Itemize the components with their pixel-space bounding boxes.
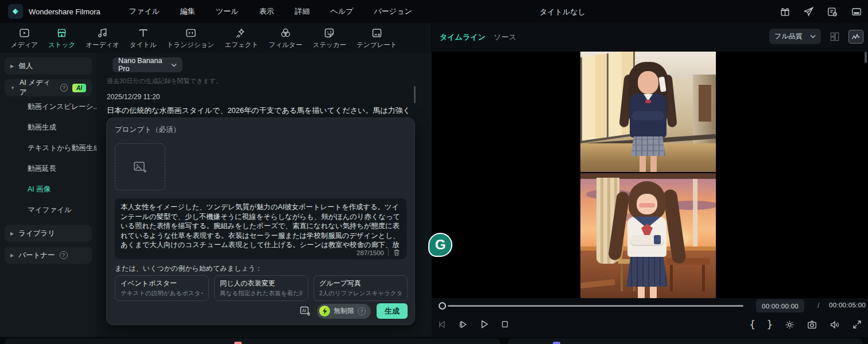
ai-badge: AI [72, 84, 86, 92]
seek-bar: 00:00:00:00 / 00:00:05:00 [432, 298, 868, 314]
add-image-icon [133, 160, 148, 174]
playhead-handle[interactable] [439, 302, 446, 310]
generate-button[interactable]: 生成 [377, 303, 408, 319]
tab-filter[interactable]: フィルター [264, 25, 308, 52]
sidebar-item-my-files[interactable]: マイファイル [0, 200, 96, 220]
sidebar-group-library[interactable]: ▶ ライブラリ [5, 225, 92, 242]
prompt-label: プロンプト（必須） [115, 125, 180, 135]
task-history-icon[interactable] [827, 6, 838, 17]
volume-icon[interactable] [829, 319, 840, 330]
tab-stock[interactable]: ストック [43, 25, 80, 52]
history-prompt-text[interactable]: 日本の伝統的な水墨画スタイルで、2026年の干支である馬を描いてください。馬は力… [107, 105, 410, 116]
svg-text:AI: AI [302, 308, 306, 313]
seek-track[interactable] [448, 305, 743, 307]
sidebar-item-ai-image[interactable]: AI 画像 [0, 179, 96, 200]
sidebar-item-video-generation[interactable]: 動画生成 [0, 117, 96, 138]
chevron-right-icon: ▶ [10, 64, 14, 69]
gift-icon[interactable] [780, 6, 790, 17]
grammarly-badge[interactable]: G [428, 233, 452, 257]
fullscreen-icon[interactable] [852, 319, 862, 330]
prompt-text: 本人女性をイメージした、ツンデレ気質が魅力のAI彼女ポートレートを作成する。ツイ… [121, 202, 401, 251]
asset-toolbar: メディア ストック オーディオ タイトル トランジション エフェクト フィルター… [0, 23, 431, 53]
mark-out-icon[interactable]: } [767, 319, 773, 330]
sidebar-group-personal[interactable]: ▶ 個人 [5, 57, 92, 75]
current-timecode[interactable]: 00:00:00:00 [756, 299, 804, 312]
stop-icon[interactable] [500, 319, 510, 329]
help-icon[interactable]: ? [60, 84, 68, 92]
example-group-photo[interactable]: グループ写真 2人のリファレンスキャラクターの旅の... [313, 275, 408, 301]
grid-view-icon[interactable] [829, 31, 840, 42]
preview-image-hallway-girl [580, 52, 716, 172]
document-title: タイトルなし [540, 7, 586, 17]
tab-title[interactable]: タイトル [125, 25, 162, 52]
app-name: Wondershare Filmora [29, 7, 100, 16]
menu-advanced[interactable]: 詳細 [287, 3, 318, 19]
media-panel-top-edge [5, 338, 501, 344]
menu-edit[interactable]: 編集 [172, 3, 203, 19]
image-upload-dropzone[interactable] [115, 143, 165, 190]
scrollbar[interactable] [865, 52, 867, 63]
sidebar: ▶ 個人 ▼ AI メディア ? AI 動画インスピレーシ... 動画生成 テキ… [0, 53, 96, 344]
tab-timeline[interactable]: タイムライン [440, 32, 486, 42]
total-timecode: 00:00:05:00 [829, 302, 866, 308]
quality-select[interactable]: フル品質 [769, 29, 821, 44]
tab-transition[interactable]: トランジション [162, 25, 219, 52]
prompt-textarea[interactable]: 本人女性をイメージした、ツンデレ気質が魅力のAI彼女ポートレートを作成する。ツイ… [115, 198, 406, 259]
examples-row: イベントポスター テキストの説明があるポスター。 同じ人の衣装変更 異なる指定さ… [115, 275, 408, 301]
timecode-separator: / [817, 302, 819, 310]
bottom-panels-edge [0, 337, 868, 344]
preview-image-classroom-anime-girl [580, 173, 716, 298]
tab-source[interactable]: ソース [494, 32, 517, 42]
snapshot-camera-icon[interactable] [807, 319, 817, 330]
generate-row: AI 無制限 ? 生成 [299, 303, 408, 319]
tab-sticker[interactable]: ステッカー [308, 25, 352, 52]
prompt-card: プロンプト（必須） 本人女性をイメージした、ツンデレ気質が魅力のAI彼女ポートレ… [106, 118, 415, 325]
chevron-right-icon: ▶ [10, 231, 14, 236]
example-outfit-change[interactable]: 同じ人の衣装変更 異なる指定された衣装を着た同じ... [214, 275, 308, 301]
sidebar-item-video-inspiration[interactable]: 動画インスピレーシ... [0, 96, 96, 117]
mark-in-icon[interactable]: { [750, 319, 755, 330]
credit-pill[interactable]: 無制限 ? [317, 304, 371, 319]
menu-file[interactable]: ファイル [121, 3, 168, 19]
settings-gear-icon[interactable] [784, 319, 795, 330]
lightning-icon [319, 306, 330, 316]
preview-viewport[interactable] [432, 52, 868, 298]
model-select[interactable]: Nano Banana Pro [113, 57, 183, 72]
help-icon[interactable]: ? [358, 307, 366, 315]
tab-effect[interactable]: エフェクト [219, 25, 264, 52]
layout-panel-icon[interactable] [851, 6, 862, 17]
next-frame-icon[interactable] [458, 319, 468, 330]
timeline-panel-top-edge [507, 338, 863, 344]
filmora-logo-icon [8, 4, 23, 19]
clip-thumbnail-icon [553, 342, 560, 344]
menu-help[interactable]: ヘルプ [323, 3, 362, 19]
char-counter: 287/1500 [356, 249, 384, 256]
previous-frame-icon[interactable] [437, 319, 448, 330]
sidebar-item-text-to-video[interactable]: テキストから動画生成 [0, 138, 96, 158]
ai-image-panel: Nano Banana Pro 過去30日分の生成記録を閲覧できます。 2025… [96, 53, 432, 344]
chevron-down-icon [171, 63, 177, 67]
chevron-down-icon: ▼ [10, 85, 15, 91]
trash-icon[interactable] [393, 248, 401, 257]
menu-version[interactable]: バージョン [366, 3, 420, 19]
example-event-poster[interactable]: イベントポスター テキストの説明があるポスター。 [115, 275, 209, 301]
preview-header: タイムライン ソース フル品質 [432, 23, 868, 52]
tab-template[interactable]: テンプレート [351, 25, 402, 52]
tab-media[interactable]: メディア [6, 25, 43, 52]
sidebar-group-partner[interactable]: ▶ パートナー ? [5, 247, 92, 264]
play-icon[interactable] [479, 319, 490, 330]
scrollbar[interactable] [414, 86, 416, 103]
sidebar-item-video-extend[interactable]: 動画延長 [0, 158, 96, 179]
sidebar-group-ai-media[interactable]: ▼ AI メディア ? AI [5, 79, 92, 96]
menu-view[interactable]: 表示 [251, 3, 282, 19]
clip-thumbnail-icon [234, 342, 242, 344]
tab-audio[interactable]: オーディオ [80, 25, 125, 52]
scopes-icon[interactable] [848, 30, 863, 44]
chevron-right-icon: ▶ [10, 253, 14, 258]
menu-tools[interactable]: ツール [208, 3, 247, 19]
history-date: 2025/12/29 11:20 [107, 93, 160, 101]
send-icon[interactable] [803, 6, 814, 17]
help-icon[interactable]: ? [60, 251, 68, 259]
ai-enhance-icon[interactable]: AI [299, 305, 311, 317]
preview-panel: タイムライン ソース フル品質 [432, 23, 868, 337]
